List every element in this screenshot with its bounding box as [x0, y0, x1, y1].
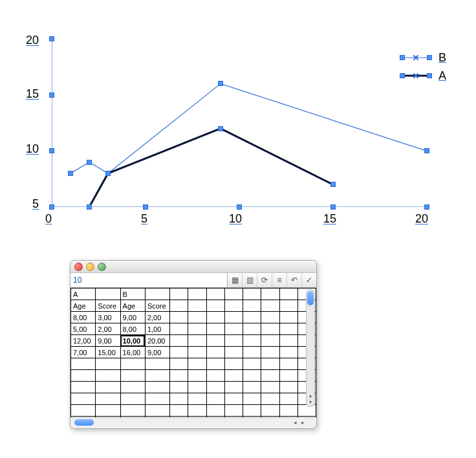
- cell[interactable]: [71, 382, 96, 393]
- cell[interactable]: [261, 335, 279, 347]
- column-header[interactable]: Score: [145, 300, 169, 312]
- column-header[interactable]: [243, 289, 261, 300]
- h-scroll-thumb[interactable]: [74, 419, 94, 426]
- cell[interactable]: [71, 370, 96, 382]
- cell[interactable]: [170, 382, 188, 393]
- cell[interactable]: [279, 405, 298, 417]
- cell[interactable]: [224, 382, 243, 393]
- cell[interactable]: [71, 393, 96, 405]
- cell[interactable]: [243, 358, 261, 370]
- undo-icon[interactable]: ↶: [287, 273, 301, 287]
- cell[interactable]: [261, 393, 279, 405]
- cell[interactable]: [170, 393, 188, 405]
- cell[interactable]: [243, 382, 261, 393]
- column-header[interactable]: [96, 289, 120, 300]
- cell[interactable]: [261, 405, 279, 417]
- cell[interactable]: [206, 382, 224, 393]
- spreadsheet-table[interactable]: ABAgeScoreAgeScore8,003,009,002,005,002,…: [70, 288, 316, 417]
- cell[interactable]: [96, 358, 120, 370]
- column-header[interactable]: [261, 300, 279, 312]
- cell[interactable]: [224, 312, 243, 323]
- confirm-icon[interactable]: ✓: [301, 273, 316, 287]
- cell[interactable]: [170, 323, 188, 335]
- cell[interactable]: [279, 335, 298, 347]
- cell[interactable]: 15,00: [96, 347, 120, 358]
- scroll-down-icon[interactable]: ▾: [307, 398, 314, 405]
- zoom-icon[interactable]: [98, 263, 106, 271]
- cell[interactable]: 2,00: [145, 312, 169, 323]
- cell[interactable]: [279, 358, 298, 370]
- cell[interactable]: [145, 405, 169, 417]
- cell[interactable]: [206, 370, 224, 382]
- cell[interactable]: [188, 370, 206, 382]
- cell[interactable]: [298, 405, 316, 417]
- cell[interactable]: [96, 393, 120, 405]
- cell[interactable]: [206, 312, 224, 323]
- v-scroll-thumb[interactable]: [307, 291, 314, 305]
- cell[interactable]: [188, 358, 206, 370]
- cell[interactable]: [279, 393, 298, 405]
- cell[interactable]: 7,00: [71, 347, 96, 358]
- chart[interactable]: 20 15 10 5 0 5 10 15 20 B: [26, 39, 453, 246]
- horizontal-scrollbar[interactable]: ◂ ▸: [70, 417, 316, 428]
- cell[interactable]: [188, 405, 206, 417]
- cell[interactable]: [243, 323, 261, 335]
- cell[interactable]: [206, 335, 224, 347]
- cell[interactable]: [261, 382, 279, 393]
- cell[interactable]: [206, 323, 224, 335]
- cell[interactable]: 16,00: [120, 347, 145, 358]
- cell[interactable]: 20,00: [145, 335, 169, 347]
- table-icon[interactable]: ▦: [228, 273, 242, 287]
- cell[interactable]: 10,00: [120, 335, 145, 347]
- cell[interactable]: [120, 358, 145, 370]
- cell[interactable]: 8,00: [71, 312, 96, 323]
- cell[interactable]: [145, 382, 169, 393]
- scroll-right-icon[interactable]: ▸: [301, 419, 305, 426]
- cell[interactable]: [188, 347, 206, 358]
- cell[interactable]: [243, 335, 261, 347]
- cell[interactable]: [224, 370, 243, 382]
- cell[interactable]: [206, 358, 224, 370]
- column-header[interactable]: A: [71, 289, 96, 300]
- cell[interactable]: 12,00: [71, 335, 96, 347]
- cell[interactable]: [224, 347, 243, 358]
- column-header[interactable]: [279, 289, 298, 300]
- column-header[interactable]: Age: [120, 300, 145, 312]
- cell[interactable]: 9,00: [96, 335, 120, 347]
- column-header[interactable]: Score: [96, 300, 120, 312]
- column-header[interactable]: [145, 289, 169, 300]
- cell[interactable]: [120, 405, 145, 417]
- cell[interactable]: [279, 312, 298, 323]
- cell[interactable]: [71, 405, 96, 417]
- cell[interactable]: [224, 335, 243, 347]
- legend-item[interactable]: B: [400, 49, 446, 67]
- cell[interactable]: [224, 393, 243, 405]
- cell[interactable]: [261, 312, 279, 323]
- cell[interactable]: [261, 358, 279, 370]
- column-header[interactable]: [170, 289, 188, 300]
- cell[interactable]: [120, 382, 145, 393]
- column-header[interactable]: [170, 300, 188, 312]
- cell[interactable]: [170, 358, 188, 370]
- minimize-icon[interactable]: [86, 263, 94, 271]
- cell[interactable]: [224, 358, 243, 370]
- close-icon[interactable]: [74, 263, 83, 271]
- cell[interactable]: [96, 370, 120, 382]
- column-header[interactable]: Age: [71, 300, 96, 312]
- cell[interactable]: [120, 370, 145, 382]
- cell[interactable]: [188, 393, 206, 405]
- cell[interactable]: [279, 382, 298, 393]
- cell-edit-input[interactable]: [70, 273, 227, 287]
- cell[interactable]: [145, 370, 169, 382]
- rows-icon[interactable]: ≡: [272, 273, 287, 287]
- cell[interactable]: [243, 347, 261, 358]
- cell[interactable]: [243, 370, 261, 382]
- scroll-up-icon[interactable]: ▴: [307, 392, 314, 398]
- scroll-left-icon[interactable]: ◂: [294, 419, 297, 426]
- refresh-icon[interactable]: ⟳: [257, 273, 272, 287]
- column-header[interactable]: B: [120, 289, 145, 300]
- cell[interactable]: [261, 347, 279, 358]
- cell[interactable]: [279, 370, 298, 382]
- data-editor-window[interactable]: ▦ ▥ ⟳ ≡ ↶ ✓ ABAgeScoreAgeScore8,003,009,…: [70, 260, 317, 429]
- cell[interactable]: [243, 312, 261, 323]
